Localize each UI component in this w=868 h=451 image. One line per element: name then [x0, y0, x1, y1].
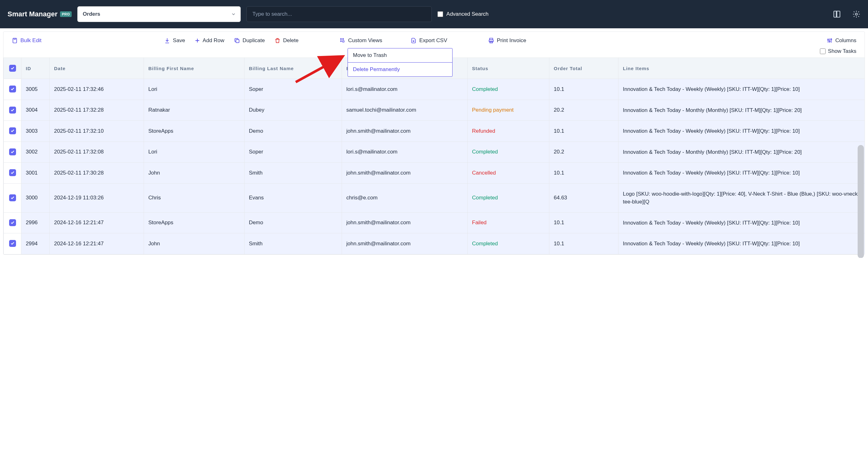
cell-date[interactable]: 2024-12-16 12:21:47: [50, 233, 144, 254]
cell-email[interactable]: chris@e.com: [342, 184, 468, 212]
cell-line-items[interactable]: Innovation & Tech Today - Weekly (Weekly…: [618, 163, 865, 184]
cell-total[interactable]: 20.2: [549, 100, 618, 121]
cell-last-name[interactable]: Smith: [245, 163, 342, 184]
cell-status[interactable]: Pending payment: [468, 100, 549, 121]
row-checkbox-cell[interactable]: [4, 79, 21, 100]
cell-date[interactable]: 2024-12-19 11:03:26: [50, 184, 144, 212]
dashboard-select[interactable]: Orders: [77, 6, 241, 22]
cell-status[interactable]: Refunded: [468, 121, 549, 142]
cell-last-name[interactable]: Soper: [245, 79, 342, 100]
table-row[interactable]: 3000 2024-12-19 11:03:26 Chris Evans chr…: [4, 184, 865, 212]
cell-email[interactable]: john.smith@mailinator.com: [342, 233, 468, 254]
columns-button[interactable]: Columns: [827, 37, 856, 44]
cell-last-name[interactable]: Soper: [245, 142, 342, 163]
cell-id[interactable]: 2996: [21, 212, 50, 233]
gear-icon[interactable]: [852, 10, 861, 18]
cell-first-name[interactable]: John: [144, 233, 245, 254]
col-first-name[interactable]: Billing First Name: [144, 58, 245, 79]
cell-date[interactable]: 2025-02-11 17:32:46: [50, 79, 144, 100]
cell-status[interactable]: Completed: [468, 79, 549, 100]
move-to-trash-item[interactable]: Move to Trash: [348, 49, 452, 63]
table-row[interactable]: 3003 2025-02-11 17:32:10 StoreApps Demo …: [4, 121, 865, 142]
cell-last-name[interactable]: Evans: [245, 184, 342, 212]
cell-status[interactable]: Failed: [468, 212, 549, 233]
row-checkbox-cell[interactable]: [4, 212, 21, 233]
table-row[interactable]: 3004 2025-02-11 17:32:28 Ratnakar Dubey …: [4, 100, 865, 121]
cell-last-name[interactable]: Smith: [245, 233, 342, 254]
duplicate-button[interactable]: Duplicate: [234, 37, 265, 44]
cell-status[interactable]: Completed: [468, 142, 549, 163]
cell-total[interactable]: 10.1: [549, 121, 618, 142]
show-tasks-checkbox[interactable]: [820, 49, 826, 54]
table-row[interactable]: 2996 2024-12-16 12:21:47 StoreApps Demo …: [4, 212, 865, 233]
row-checkbox-cell[interactable]: [4, 233, 21, 254]
cell-email[interactable]: john.smith@mailinator.com: [342, 163, 468, 184]
cell-id[interactable]: 3001: [21, 163, 50, 184]
select-all-header[interactable]: [4, 58, 21, 79]
table-row[interactable]: 3002 2025-02-11 17:32:08 Lori Soper lori…: [4, 142, 865, 163]
cell-status[interactable]: Completed: [468, 233, 549, 254]
col-status[interactable]: Status: [468, 58, 549, 79]
delete-permanently-item[interactable]: Delete Permanently: [348, 63, 452, 77]
col-id[interactable]: ID: [21, 58, 50, 79]
add-row-button[interactable]: Add Row: [194, 37, 224, 44]
cell-first-name[interactable]: John: [144, 163, 245, 184]
cell-email[interactable]: john.smith@mailinator.com: [342, 212, 468, 233]
cell-date[interactable]: 2025-02-11 17:32:28: [50, 100, 144, 121]
cell-first-name[interactable]: Lori: [144, 142, 245, 163]
cell-date[interactable]: 2025-02-11 17:30:28: [50, 163, 144, 184]
cell-total[interactable]: 10.1: [549, 163, 618, 184]
cell-line-items[interactable]: Innovation & Tech Today - Weekly (Weekly…: [618, 79, 865, 100]
row-checkbox-cell[interactable]: [4, 121, 21, 142]
print-invoice-button[interactable]: Print Invoice: [488, 37, 526, 44]
cell-line-items[interactable]: Innovation & Tech Today - Weekly (Weekly…: [618, 212, 865, 233]
cell-total[interactable]: 10.1: [549, 233, 618, 254]
global-search-input[interactable]: [246, 6, 432, 22]
cell-date[interactable]: 2025-02-11 17:32:10: [50, 121, 144, 142]
table-row[interactable]: 3005 2025-02-11 17:32:46 Lori Soper lori…: [4, 79, 865, 100]
cell-email[interactable]: john.smith@mailinator.com: [342, 121, 468, 142]
cell-total[interactable]: 10.1: [549, 79, 618, 100]
cell-email[interactable]: lori.s@mailinator.com: [342, 79, 468, 100]
advanced-search-checkbox[interactable]: [437, 11, 443, 17]
save-button[interactable]: Save: [164, 37, 185, 44]
bulk-edit-button[interactable]: Bulk Edit: [12, 37, 41, 44]
cell-first-name[interactable]: Lori: [144, 79, 245, 100]
cell-line-items[interactable]: Innovation & Tech Today - Monthly (Month…: [618, 100, 865, 121]
cell-date[interactable]: 2024-12-16 12:21:47: [50, 212, 144, 233]
cell-line-items[interactable]: Logo [SKU: woo-hoodie-with-logo][Qty: 1]…: [618, 184, 865, 212]
table-row[interactable]: 2994 2024-12-16 12:21:47 John Smith john…: [4, 233, 865, 254]
cell-total[interactable]: 64.63: [549, 184, 618, 212]
row-checkbox-cell[interactable]: [4, 142, 21, 163]
cell-date[interactable]: 2025-02-11 17:32:08: [50, 142, 144, 163]
cell-status[interactable]: Cancelled: [468, 163, 549, 184]
row-checkbox-cell[interactable]: [4, 184, 21, 212]
cell-first-name[interactable]: Chris: [144, 184, 245, 212]
cell-total[interactable]: 20.2: [549, 142, 618, 163]
show-tasks-toggle[interactable]: Show Tasks: [820, 48, 856, 54]
cell-status[interactable]: Completed: [468, 184, 549, 212]
cell-id[interactable]: 3003: [21, 121, 50, 142]
cell-email[interactable]: lori.s@mailinator.com: [342, 142, 468, 163]
row-checkbox-cell[interactable]: [4, 163, 21, 184]
cell-id[interactable]: 3004: [21, 100, 50, 121]
col-last-name[interactable]: Billing Last Name: [245, 58, 342, 79]
docs-icon[interactable]: [833, 10, 841, 18]
cell-first-name[interactable]: StoreApps: [144, 121, 245, 142]
custom-views-button[interactable]: Custom Views: [339, 37, 382, 44]
advanced-search-toggle[interactable]: Advanced Search: [437, 11, 488, 18]
cell-last-name[interactable]: Demo: [245, 121, 342, 142]
row-checkbox-cell[interactable]: [4, 100, 21, 121]
col-date[interactable]: Date: [50, 58, 144, 79]
cell-email[interactable]: samuel.tochi@mailinator.com: [342, 100, 468, 121]
col-total[interactable]: Order Total: [549, 58, 618, 79]
cell-line-items[interactable]: Innovation & Tech Today - Monthly (Month…: [618, 142, 865, 163]
cell-last-name[interactable]: Dubey: [245, 100, 342, 121]
cell-id[interactable]: 3000: [21, 184, 50, 212]
table-row[interactable]: 3001 2025-02-11 17:30:28 John Smith john…: [4, 163, 865, 184]
cell-line-items[interactable]: Innovation & Tech Today - Weekly (Weekly…: [618, 121, 865, 142]
cell-total[interactable]: 10.1: [549, 212, 618, 233]
cell-id[interactable]: 2994: [21, 233, 50, 254]
cell-last-name[interactable]: Demo: [245, 212, 342, 233]
cell-line-items[interactable]: Innovation & Tech Today - Weekly (Weekly…: [618, 233, 865, 254]
